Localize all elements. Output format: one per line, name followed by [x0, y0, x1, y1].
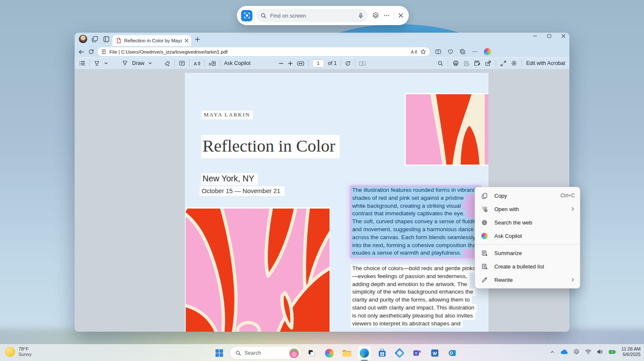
draw-dropdown-icon[interactable]	[148, 61, 152, 65]
menu-item-open-with[interactable]: Open with	[475, 202, 580, 216]
settings-more-icon[interactable]	[472, 49, 478, 55]
word-icon[interactable]: W	[428, 346, 441, 360]
copilot-vision-settings-icon[interactable]	[372, 12, 379, 19]
translate-icon[interactable]: a	[208, 60, 216, 67]
page-view-icon[interactable]	[359, 60, 366, 67]
address-bar[interactable]: File | C:Users/Onedrive/s_izza/lovegived…	[98, 47, 430, 56]
divider	[89, 60, 90, 67]
divider	[308, 60, 309, 67]
menu-item-search-web[interactable]: Search the web	[475, 216, 580, 229]
body-paragraph: The choice of colors—bold reds and gentl…	[351, 265, 478, 327]
new-tab-icon[interactable]	[195, 36, 200, 42]
selected-paragraph[interactable]: The illustration features rounded forms …	[350, 186, 481, 258]
draw-pen-icon[interactable]	[122, 60, 128, 67]
eraser-icon[interactable]	[164, 60, 171, 67]
share-icon[interactable]	[485, 60, 491, 67]
menu-item-rewrite[interactable]: Rewrite	[475, 273, 580, 286]
tab-close-icon[interactable]	[184, 39, 189, 43]
menu-item-bulleted-list[interactable]: Create a bulleted list	[475, 260, 580, 273]
search-icon	[260, 13, 267, 19]
ask-copilot-button[interactable]: Ask Copilot	[224, 60, 250, 66]
onedrive-icon[interactable]	[560, 349, 568, 355]
back-icon[interactable]	[78, 49, 85, 55]
m365-copilot-icon[interactable]	[393, 346, 406, 360]
menu-item-ask-copilot[interactable]: Ask Copilot	[475, 229, 580, 242]
page-number-input[interactable]: 1	[312, 59, 324, 67]
read-aloud-pdf-icon[interactable]: A	[193, 60, 200, 67]
svg-text:T: T	[415, 351, 418, 356]
more-options-icon[interactable]	[383, 12, 390, 19]
taskbar-copilot-icon[interactable]	[322, 346, 336, 360]
body-line: stand out with clarity and impact. This …	[351, 304, 477, 312]
divider	[204, 60, 205, 67]
url-text: File | C:Users/Onedrive/s_izza/lovegived…	[109, 49, 408, 54]
pdf-search-icon[interactable]	[437, 60, 444, 67]
artwork-top-right	[405, 93, 488, 166]
draw-label[interactable]: Draw	[132, 60, 144, 66]
maximize-icon[interactable]	[547, 34, 552, 39]
file-explorer-icon[interactable]	[340, 346, 353, 360]
start-button[interactable]	[213, 346, 226, 360]
microphone-icon[interactable]	[358, 13, 364, 19]
task-view-button[interactable]	[305, 346, 318, 360]
menu-item-summarize[interactable]: Summarize	[475, 246, 580, 260]
workspaces-icon[interactable]	[91, 36, 99, 43]
highlighter-dropdown-icon[interactable]	[104, 61, 108, 65]
tray-hexagon-icon[interactable]	[573, 348, 580, 355]
table-of-contents-icon[interactable]	[79, 60, 86, 67]
microsoft-store-icon[interactable]	[375, 346, 389, 360]
save-as-icon[interactable]	[474, 60, 480, 67]
summarize-icon	[481, 250, 488, 256]
taskbar-search-box[interactable]: Search	[230, 347, 301, 359]
selected-line: shades of red and pink set against a pri…	[351, 194, 465, 202]
zoom-in-icon[interactable]	[288, 61, 293, 66]
screen-capture-icon[interactable]	[241, 10, 252, 21]
save-icon[interactable]	[463, 60, 470, 67]
profile-avatar[interactable]	[79, 35, 87, 43]
close-icon[interactable]	[398, 13, 404, 18]
collections-icon[interactable]	[460, 49, 466, 55]
wifi-icon[interactable]	[585, 349, 592, 355]
browser-essentials-icon[interactable]	[447, 49, 454, 55]
favorites-star-icon[interactable]	[420, 49, 426, 55]
outlook-icon[interactable]	[446, 346, 459, 360]
refresh-icon[interactable]	[88, 49, 94, 55]
rotate-icon[interactable]	[345, 60, 351, 67]
body-line: —evokes feelings of passion and tenderne…	[351, 273, 470, 281]
taskbar-clock[interactable]: 11:28 AM 5/6/2025	[621, 346, 641, 357]
find-on-screen-bar: Find on screen	[237, 6, 409, 25]
divider	[220, 60, 220, 67]
split-screen-icon[interactable]	[435, 49, 441, 55]
minimize-icon[interactable]	[532, 34, 538, 39]
taskbar-search-placeholder: Search	[244, 350, 286, 356]
tray-chevron-up-icon[interactable]	[550, 349, 555, 355]
teams-icon[interactable]: T	[410, 346, 424, 360]
print-icon[interactable]	[452, 60, 459, 67]
battery-icon[interactable]	[608, 349, 616, 355]
tab-actions-icon[interactable]	[103, 36, 110, 43]
fullscreen-icon[interactable]	[500, 60, 506, 67]
add-text-icon[interactable]	[179, 60, 185, 67]
fit-to-width-icon[interactable]	[297, 60, 304, 67]
divider	[355, 60, 355, 67]
divider	[394, 11, 394, 20]
read-aloud-icon[interactable]: A	[410, 49, 417, 55]
clock-time: 11:28 AM	[621, 346, 641, 352]
volume-icon[interactable]	[597, 349, 603, 355]
window-close-icon[interactable]	[561, 34, 566, 39]
file-badge-icon[interactable]	[101, 49, 106, 54]
selected-line: into the next, forming a cohesive compos…	[351, 242, 479, 250]
edit-with-acrobat-button[interactable]: Edit with Acrobat	[526, 60, 565, 66]
copilot-icon[interactable]	[484, 48, 491, 55]
menu-divider	[475, 244, 580, 245]
browser-tab[interactable]: Reflection in Color by Maya Lark	[112, 35, 191, 46]
highlighter-icon[interactable]	[93, 60, 100, 67]
edge-taskbar-icon[interactable]	[358, 346, 371, 360]
zoom-out-icon[interactable]	[278, 61, 284, 66]
weather-widget[interactable]: 78°F Sunny	[5, 346, 31, 357]
pdf-settings-gear-icon[interactable]	[511, 60, 517, 67]
submenu-chevron-icon	[571, 277, 575, 283]
menu-item-copy[interactable]: Copy Ctrl+C	[475, 189, 580, 202]
page-count-label: of 1	[328, 60, 337, 66]
find-on-screen-input[interactable]: Find on screen	[256, 9, 368, 22]
